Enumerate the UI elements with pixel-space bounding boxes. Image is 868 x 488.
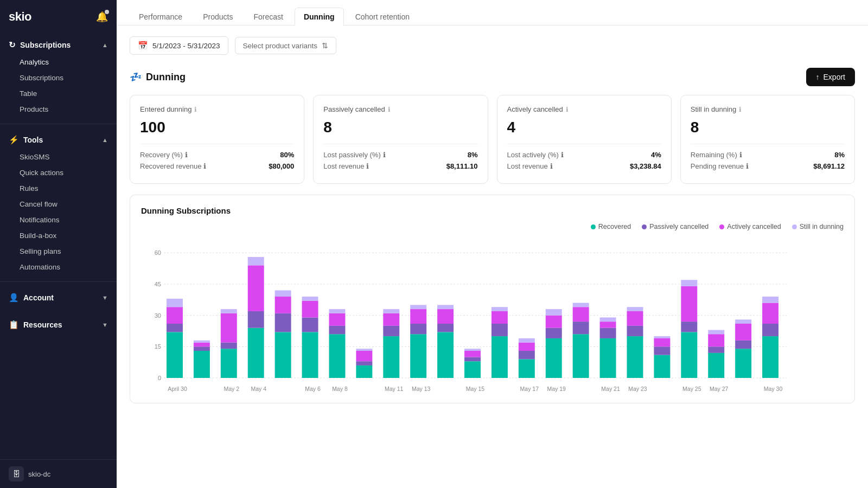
main-content: 📅 5/1/2023 - 5/31/2023 Select product va… <box>117 25 868 488</box>
svg-rect-51 <box>437 324 454 332</box>
tabs-bar: Performance Products Forecast Dunning Co… <box>117 0 868 25</box>
legend-label-recovered: Recovered <box>598 223 631 230</box>
svg-rect-86 <box>681 332 697 378</box>
info-icon-active[interactable]: ℹ <box>566 106 569 113</box>
tools-label: Tools <box>23 136 102 144</box>
legend-label-passive: Passively cancelled <box>649 223 709 230</box>
sidebar-item-cancel-flow[interactable]: Cancel flow <box>0 196 117 212</box>
card-dunning-row-1: Pending revenue ℹ $8,691.12 <box>691 162 845 170</box>
tab-forecast[interactable]: Forecast <box>244 8 292 25</box>
dunning-section-header: 💤 Dunning ↑ Export <box>130 68 855 86</box>
svg-text:May 13: May 13 <box>412 386 431 392</box>
svg-rect-77 <box>600 317 616 322</box>
svg-rect-38 <box>356 365 372 378</box>
svg-rect-32 <box>302 301 318 318</box>
sidebar-footer[interactable]: 🗄 skio-dc <box>0 459 117 488</box>
svg-rect-44 <box>383 313 399 326</box>
svg-rect-24 <box>248 265 264 311</box>
svg-text:45: 45 <box>155 281 161 287</box>
info-icon-lost-rev-active[interactable]: ℹ <box>550 162 553 170</box>
svg-rect-14 <box>194 351 210 378</box>
svg-rect-16 <box>194 343 210 347</box>
stat-card-active: Actively cancelled ℹ 4 Lost actively (%)… <box>497 95 672 184</box>
filter-row: 📅 5/1/2023 - 5/31/2023 Select product va… <box>130 36 855 55</box>
sidebar-item-products[interactable]: Products <box>0 101 117 117</box>
sidebar-item-build-a-box[interactable]: Build-a-box <box>0 228 117 243</box>
svg-rect-22 <box>248 328 264 378</box>
svg-rect-33 <box>302 297 318 301</box>
legend-dot-recovered <box>591 224 596 229</box>
sidebar-item-automations[interactable]: Automations <box>0 259 117 275</box>
sidebar-item-table[interactable]: Table <box>0 86 117 101</box>
subscriptions-header[interactable]: ↻ Subscriptions ▲ <box>0 36 117 54</box>
account-chevron: ▼ <box>102 294 108 301</box>
info-icon-lost-passive[interactable]: ℹ <box>383 151 386 159</box>
svg-rect-53 <box>437 305 454 309</box>
info-icon-passive[interactable]: ℹ <box>388 106 391 113</box>
sidebar-item-analytics[interactable]: Analytics <box>0 54 117 70</box>
tools-items: SkioSMS Quick actions Rules Cancel flow … <box>0 149 117 275</box>
svg-rect-18 <box>221 349 237 378</box>
sidebar-item-selling-plans[interactable]: Selling plans <box>0 243 117 259</box>
resources-header[interactable]: 📋 Resources ▼ <box>0 316 117 334</box>
legend-label-dunning: Still in dunning <box>800 223 844 230</box>
tools-chevron: ▲ <box>102 137 108 143</box>
svg-rect-60 <box>492 311 508 324</box>
svg-rect-80 <box>627 311 643 326</box>
stat-card-passive: Passively cancelled ℹ 8 Lost passively (… <box>313 95 488 184</box>
date-picker[interactable]: 📅 5/1/2023 - 5/31/2023 <box>130 36 228 55</box>
svg-rect-90 <box>708 353 724 378</box>
account-header[interactable]: 👤 Account ▼ <box>0 288 117 307</box>
info-icon-lost-rev-passive[interactable]: ℹ <box>366 162 369 170</box>
svg-rect-69 <box>546 309 562 316</box>
svg-rect-63 <box>519 351 535 359</box>
tab-products[interactable]: Products <box>194 8 242 25</box>
svg-rect-76 <box>600 322 616 328</box>
info-icon-entered[interactable]: ℹ <box>194 106 197 113</box>
svg-text:May 23: May 23 <box>628 386 647 392</box>
tab-cohort-retention[interactable]: Cohort retention <box>346 8 419 25</box>
svg-rect-58 <box>492 336 508 378</box>
svg-text:15: 15 <box>155 343 161 350</box>
svg-rect-54 <box>464 361 481 378</box>
info-icon-remaining[interactable]: ℹ <box>739 151 742 159</box>
tab-performance[interactable]: Performance <box>130 8 192 25</box>
svg-rect-72 <box>573 307 589 322</box>
card-active-value: 4 <box>507 119 661 136</box>
sidebar-item-notifications[interactable]: Notifications <box>0 212 117 228</box>
export-button[interactable]: ↑ Export <box>806 68 855 86</box>
info-icon-recovery[interactable]: ℹ <box>185 151 188 159</box>
card-active-row-0: Lost actively (%) ℹ 4% <box>507 151 661 159</box>
dunning-icon: 💤 <box>130 71 142 83</box>
info-icon-dunning[interactable]: ℹ <box>739 106 742 113</box>
svg-text:May 6: May 6 <box>305 386 321 392</box>
dunning-title: Dunning <box>146 72 186 83</box>
svg-text:May 30: May 30 <box>764 386 783 392</box>
svg-rect-65 <box>519 338 535 343</box>
info-icon-pending-rev[interactable]: ℹ <box>746 162 749 170</box>
sidebar-item-quick-actions[interactable]: Quick actions <box>0 165 117 181</box>
svg-text:May 4: May 4 <box>251 386 266 392</box>
info-icon-recovered-rev[interactable]: ℹ <box>203 162 206 170</box>
sidebar-item-rules[interactable]: Rules <box>0 181 117 196</box>
tab-dunning[interactable]: Dunning <box>295 8 344 25</box>
sidebar-item-subscriptions[interactable]: Subscriptions <box>0 70 117 86</box>
sidebar-item-skiosms[interactable]: SkioSMS <box>0 149 117 165</box>
svg-rect-28 <box>275 297 291 313</box>
tools-header[interactable]: ⚡ Tools ▲ <box>0 131 117 149</box>
svg-rect-52 <box>437 309 454 324</box>
svg-rect-78 <box>627 336 643 378</box>
svg-text:May 8: May 8 <box>332 386 348 392</box>
svg-rect-61 <box>492 307 508 311</box>
info-icon-lost-active[interactable]: ℹ <box>561 151 564 159</box>
svg-rect-97 <box>735 319 751 324</box>
svg-rect-83 <box>654 346 670 355</box>
card-passive-label: Passively cancelled ℹ <box>323 105 477 113</box>
export-label: Export <box>824 73 845 81</box>
svg-text:May 2: May 2 <box>224 386 239 392</box>
legend-active: Actively cancelled <box>719 223 781 230</box>
legend-recovered: Recovered <box>591 223 631 230</box>
product-select[interactable]: Select product variants ⇅ <box>235 37 336 54</box>
svg-rect-81 <box>627 307 643 311</box>
notification-icon[interactable]: 🔔 <box>96 11 108 23</box>
